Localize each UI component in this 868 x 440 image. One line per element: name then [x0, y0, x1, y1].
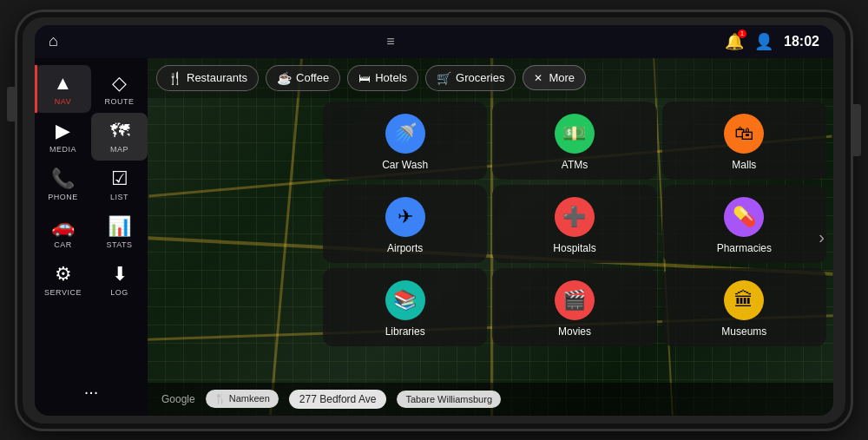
sidebar: ▲ NAV ◇ ROUTE ▶ MEDIA 🗺	[35, 58, 148, 416]
sidebar-item-stats[interactable]: 📊 STATS	[91, 208, 148, 256]
main-content: ▲ NAV ◇ ROUTE ▶ MEDIA 🗺	[35, 58, 833, 416]
poi-card-malls[interactable]: 🛍 Malls	[662, 102, 826, 180]
status-left: ⌂	[49, 32, 58, 50]
sidebar-row-5: ⚙ SERVICE ⬇ LOG	[35, 256, 148, 304]
sidebar-row-2: ▶ MEDIA 🗺 MAP	[35, 113, 148, 161]
overlay-panel: 🍴 Restaurants ☕ Coffee 🛏 Hotels 🛒	[148, 58, 833, 416]
sidebar-item-list[interactable]: ☑ LIST	[91, 161, 148, 208]
nav-indicator	[35, 65, 37, 113]
chevron-right-icon[interactable]: ›	[819, 227, 825, 246]
museums-label: Museums	[721, 325, 766, 338]
poi-card-pharmacies[interactable]: 💊 Pharmacies	[662, 185, 826, 263]
nav-icon: ▲	[54, 72, 73, 95]
device-shell: ⌂ ≡ 🔔 1 👤 18:02 ▲	[17, 12, 851, 429]
service-icon: ⚙	[55, 263, 72, 286]
malls-label: Malls	[732, 159, 756, 171]
sidebar-row-3: 📞 PHONE ☑ LIST	[35, 161, 148, 208]
more-label: More	[549, 71, 575, 84]
pharmacies-icon-circle: 💊	[724, 197, 764, 237]
groceries-icon: 🛒	[437, 71, 451, 85]
sidebar-item-car[interactable]: 🚗 CAR	[35, 208, 91, 256]
map-icon: 🗺	[110, 120, 129, 142]
tabare-label: Tabare Williamsburg	[405, 394, 492, 404]
movies-label: Movies	[558, 325, 591, 338]
location-pill-bedford[interactable]: 277 Bedford Ave	[289, 390, 387, 409]
sidebar-item-route[interactable]: ◇ ROUTE	[91, 65, 148, 113]
bottom-bar: Google 🍴 Namkeen 277 Bedford Ave Tabare …	[148, 383, 833, 416]
coffee-icon: ☕	[277, 71, 292, 85]
location-tag-namkeen[interactable]: 🍴 Namkeen	[206, 390, 279, 408]
hospitals-label: Hospitals	[553, 242, 595, 254]
log-icon: ⬇	[112, 263, 128, 286]
poi-card-libraries[interactable]: 📚 Libraries	[323, 268, 487, 346]
pharmacies-label: Pharmacies	[717, 242, 772, 254]
route-label: ROUTE	[105, 97, 135, 106]
poi-grid-container: 🚿 Car Wash 💵 ATMs 🛍 Malls	[148, 98, 833, 416]
sidebar-dots: ···	[77, 375, 106, 409]
status-center: ≡	[386, 34, 396, 49]
sidebar-item-service[interactable]: ⚙ SERVICE	[35, 256, 91, 304]
route-icon: ◇	[112, 72, 127, 95]
phone-label: PHONE	[48, 193, 78, 201]
coffee-label: Coffee	[296, 71, 329, 84]
filter-btn-hotels[interactable]: 🛏 Hotels	[347, 65, 418, 91]
museums-icon-circle: 🏛	[724, 280, 764, 320]
namkeen-label: 🍴 Namkeen	[214, 393, 270, 404]
airports-icon-circle: ✈	[385, 197, 425, 237]
list-label: LIST	[110, 193, 128, 201]
libraries-label: Libraries	[385, 325, 425, 338]
sidebar-row-1: ▲ NAV ◇ ROUTE	[35, 65, 148, 113]
restaurants-icon: 🍴	[168, 71, 182, 85]
filter-btn-coffee[interactable]: ☕ Coffee	[266, 65, 340, 91]
filter-btn-more[interactable]: ✕ More	[523, 65, 586, 90]
service-label: SERVICE	[44, 288, 82, 297]
malls-icon-circle: 🛍	[724, 114, 764, 154]
car-wash-icon-circle: 🚿	[385, 114, 425, 154]
map-label: MAP	[110, 145, 128, 154]
list-icon: ☑	[111, 167, 128, 190]
menu-icon[interactable]: ≡	[386, 34, 396, 49]
car-label: CAR	[54, 240, 72, 249]
libraries-icon-circle: 📚	[385, 280, 425, 320]
location-tag-tabare[interactable]: Tabare Williamsburg	[397, 391, 501, 408]
car-icon: 🚗	[51, 215, 75, 238]
google-logo: Google	[161, 393, 195, 405]
stats-label: STATS	[106, 240, 132, 249]
notification-bell[interactable]: 🔔 1	[725, 32, 744, 51]
sidebar-item-media[interactable]: ▶ MEDIA	[35, 113, 91, 161]
groceries-label: Groceries	[456, 71, 504, 84]
status-right: 🔔 1 👤 18:02	[725, 32, 819, 51]
atms-icon-circle: 💵	[555, 114, 595, 154]
sidebar-item-nav[interactable]: ▲ NAV	[35, 65, 91, 113]
poi-grid: 🚿 Car Wash 💵 ATMs 🛍 Malls	[323, 102, 826, 346]
poi-card-movies[interactable]: 🎬 Movies	[492, 268, 656, 346]
poi-card-hospitals[interactable]: ➕ Hospitals	[492, 185, 656, 263]
media-label: MEDIA	[49, 145, 76, 154]
poi-card-car-wash[interactable]: 🚿 Car Wash	[323, 102, 487, 180]
hotels-icon: 🛏	[358, 71, 371, 85]
nav-label: NAV	[55, 97, 71, 106]
poi-card-airports[interactable]: ✈ Airports	[323, 185, 487, 263]
close-icon: ✕	[534, 72, 542, 84]
home-icon[interactable]: ⌂	[49, 32, 58, 50]
sidebar-item-map[interactable]: 🗺 MAP	[91, 113, 148, 161]
poi-card-atms[interactable]: 💵 ATMs	[492, 102, 656, 180]
clock: 18:02	[784, 34, 819, 49]
notification-dot: 1	[738, 30, 746, 38]
sidebar-item-log[interactable]: ⬇ LOG	[91, 256, 148, 304]
screen: ⌂ ≡ 🔔 1 👤 18:02 ▲	[35, 25, 833, 416]
stats-icon: 📊	[108, 215, 131, 238]
filter-btn-groceries[interactable]: 🛒 Groceries	[425, 65, 516, 91]
filter-btn-restaurants[interactable]: 🍴 Restaurants	[156, 65, 259, 91]
media-icon: ▶	[56, 120, 70, 142]
status-bar: ⌂ ≡ 🔔 1 👤 18:02	[35, 25, 833, 58]
atms-label: ATMs	[562, 159, 588, 171]
poi-card-museums[interactable]: 🏛 Museums	[662, 268, 826, 346]
user-icon[interactable]: 👤	[754, 32, 773, 51]
phone-icon: 📞	[51, 167, 75, 190]
sidebar-item-phone[interactable]: 📞 PHONE	[35, 161, 91, 208]
filter-bar: 🍴 Restaurants ☕ Coffee 🛏 Hotels 🛒	[148, 58, 833, 98]
car-wash-label: Car Wash	[382, 159, 428, 171]
movies-icon-circle: 🎬	[555, 280, 595, 320]
hotels-label: Hotels	[375, 71, 407, 84]
